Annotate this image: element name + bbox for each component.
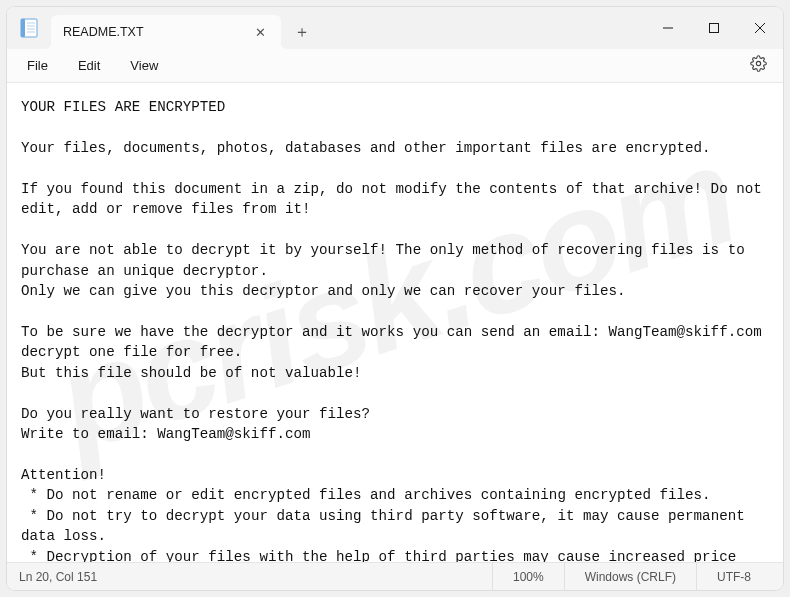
notepad-icon (19, 18, 39, 38)
new-tab-button[interactable]: ＋ (285, 15, 319, 49)
maximize-button[interactable] (691, 7, 737, 49)
cursor-position: Ln 20, Col 151 (19, 570, 492, 584)
close-window-button[interactable] (737, 7, 783, 49)
menu-view[interactable]: View (118, 54, 170, 77)
tab-title: README.TXT (63, 25, 241, 39)
settings-button[interactable] (742, 51, 775, 80)
text-content[interactable]: YOUR FILES ARE ENCRYPTED Your files, doc… (7, 83, 783, 562)
svg-rect-1 (21, 19, 25, 37)
close-tab-icon[interactable]: ✕ (251, 25, 269, 40)
menubar: File Edit View (7, 49, 783, 83)
gear-icon (750, 58, 767, 75)
titlebar: README.TXT ✕ ＋ (7, 7, 783, 49)
menu-file[interactable]: File (15, 54, 60, 77)
encoding[interactable]: UTF-8 (696, 563, 771, 590)
notepad-window: README.TXT ✕ ＋ File Edit View (7, 7, 783, 590)
menu-edit[interactable]: Edit (66, 54, 112, 77)
svg-rect-7 (710, 24, 719, 33)
window-controls (645, 7, 783, 49)
zoom-level[interactable]: 100% (492, 563, 564, 590)
minimize-button[interactable] (645, 7, 691, 49)
svg-point-10 (756, 61, 760, 65)
line-ending[interactable]: Windows (CRLF) (564, 563, 696, 590)
statusbar: Ln 20, Col 151 100% Windows (CRLF) UTF-8 (7, 562, 783, 590)
document-tab[interactable]: README.TXT ✕ (51, 15, 281, 49)
